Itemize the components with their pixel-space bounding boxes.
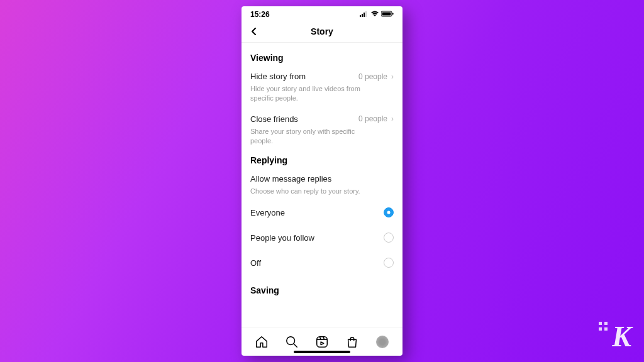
status-indicators xyxy=(360,10,394,19)
svg-rect-1 xyxy=(362,14,363,17)
wifi-icon xyxy=(370,10,379,19)
nav-home[interactable] xyxy=(254,334,269,349)
nav-search[interactable] xyxy=(284,334,299,349)
svg-rect-5 xyxy=(382,13,391,16)
svg-rect-0 xyxy=(360,15,361,17)
hide-story-row[interactable]: Hide story from 0 people › xyxy=(250,70,394,82)
hide-story-desc: Hide your story and live videos from spe… xyxy=(250,84,364,103)
page-title: Story xyxy=(311,26,333,36)
section-replying-title: Replying xyxy=(250,155,394,165)
home-icon xyxy=(255,335,269,349)
close-friends-row[interactable]: Close friends 0 people › xyxy=(250,113,394,125)
reply-option-everyone[interactable]: Everyone xyxy=(250,200,394,225)
section-saving-title: Saving xyxy=(250,285,394,295)
watermark-logo: K xyxy=(612,320,631,353)
reply-off-label: Off xyxy=(250,258,261,268)
reels-icon xyxy=(315,335,329,349)
hide-story-value: 0 people › xyxy=(358,72,394,81)
watermark-dots xyxy=(599,322,608,331)
avatar-icon xyxy=(376,336,389,348)
radio-selected-icon xyxy=(384,207,394,217)
shop-icon xyxy=(345,335,359,349)
reply-everyone-label: Everyone xyxy=(250,208,285,217)
settings-content: Viewing Hide story from 0 people › Hide … xyxy=(242,43,402,327)
svg-line-8 xyxy=(294,343,297,347)
section-viewing-title: Viewing xyxy=(250,53,394,63)
status-bar: 15:26 xyxy=(242,6,402,20)
reply-pyf-label: People you follow xyxy=(250,233,314,243)
search-icon xyxy=(285,335,299,349)
svg-rect-3 xyxy=(365,11,367,17)
close-friends-label: Close friends xyxy=(250,114,298,124)
allow-replies-desc: Choose who can reply to your story. xyxy=(250,187,364,196)
allow-replies-label: Allow message replies xyxy=(250,174,331,184)
hide-story-label: Hide story from xyxy=(250,72,306,81)
back-button[interactable] xyxy=(247,24,262,39)
battery-icon xyxy=(381,10,394,19)
allow-replies-row: Allow message replies xyxy=(250,173,394,185)
nav-shop[interactable] xyxy=(345,334,360,349)
chevron-left-icon xyxy=(250,27,258,36)
status-time: 15:26 xyxy=(250,10,270,19)
chevron-right-icon: › xyxy=(391,72,394,81)
cellular-signal-icon xyxy=(360,10,369,19)
nav-profile[interactable] xyxy=(375,334,390,349)
close-friends-desc: Share your story only with specific peop… xyxy=(250,127,364,146)
nav-reels[interactable] xyxy=(314,334,330,349)
chevron-right-icon: › xyxy=(391,114,394,123)
phone-frame: 15:26 Story Viewing Hide story from 0 pe… xyxy=(242,6,402,356)
close-friends-value: 0 people › xyxy=(358,114,394,123)
reply-option-off[interactable]: Off xyxy=(250,250,394,275)
svg-rect-2 xyxy=(364,13,365,17)
radio-unselected-icon xyxy=(384,233,394,243)
home-indicator[interactable] xyxy=(294,351,350,353)
svg-rect-9 xyxy=(317,336,328,347)
svg-rect-6 xyxy=(392,13,394,15)
radio-unselected-icon xyxy=(384,258,394,268)
reply-option-people-you-follow[interactable]: People you follow xyxy=(250,225,394,250)
page-header: Story xyxy=(242,20,402,43)
